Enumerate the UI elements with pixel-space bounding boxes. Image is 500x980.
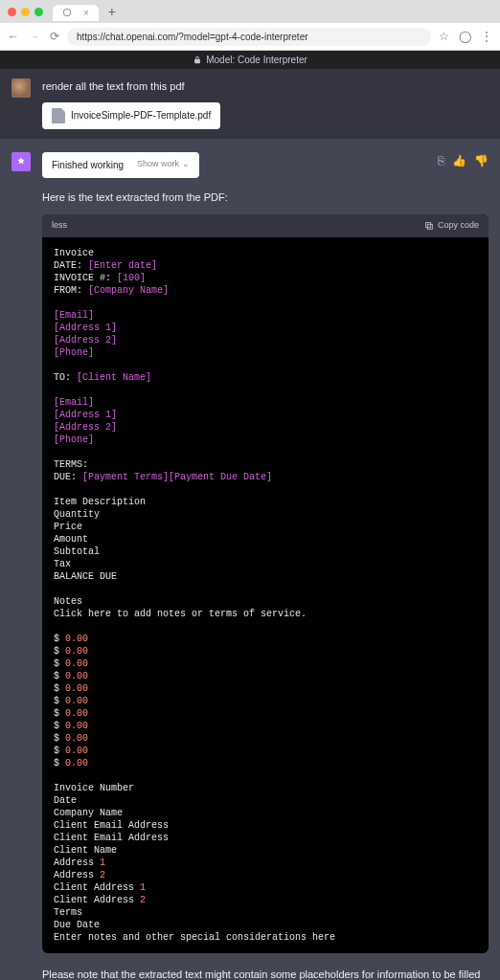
user-message-text: render all the text from this pdf: [42, 78, 489, 95]
code-language: less: [52, 219, 67, 233]
message-actions: ⎘ 👍 👎: [438, 152, 489, 169]
assistant-message-row: ⎘ 👍 👎 Finished working Show work ⌄ Here …: [0, 139, 500, 981]
svg-rect-1: [427, 224, 432, 229]
thumbs-down-icon[interactable]: 👎: [474, 152, 489, 169]
bookmark-icon[interactable]: ☆: [439, 30, 449, 43]
status-label: Finished working: [52, 158, 124, 172]
minimize-window-icon[interactable]: [21, 8, 30, 16]
copy-icon: [424, 221, 434, 231]
code-content: Invoice DATE: [Enter date] INVOICE #: [1…: [42, 237, 489, 953]
code-header: less Copy code: [42, 214, 489, 237]
file-icon: [52, 108, 65, 123]
model-indicator: Model: Code Interpreter: [0, 51, 500, 69]
browser-chrome: × + ← → ⟳ https://chat.openai.com/?model…: [0, 0, 500, 51]
assistant-intro-text: Here is the text extracted from the PDF:: [42, 189, 489, 206]
maximize-window-icon[interactable]: [34, 8, 43, 16]
file-attachment[interactable]: InvoiceSimple-PDF-Template.pdf: [42, 102, 220, 129]
tab-bar: × +: [0, 0, 500, 23]
chevron-down-icon: ⌄: [182, 158, 190, 171]
assistant-avatar: [11, 152, 31, 171]
svg-rect-2: [426, 222, 431, 227]
profile-icon[interactable]: ◯: [459, 30, 471, 43]
show-work-toggle[interactable]: Show work ⌄: [137, 158, 190, 171]
assistant-outro-text: Please note that the extracted text migh…: [42, 967, 489, 981]
close-tab-icon[interactable]: ×: [83, 8, 89, 18]
file-name: InvoiceSimple-PDF-Template.pdf: [71, 108, 211, 122]
close-window-icon[interactable]: [8, 8, 16, 16]
new-tab-button[interactable]: +: [104, 4, 120, 19]
browser-tab[interactable]: ×: [53, 5, 99, 21]
code-block: less Copy code Invoice DATE: [Enter date…: [42, 214, 489, 953]
back-icon[interactable]: ←: [8, 30, 19, 43]
model-label: Model: Code Interpreter: [206, 55, 307, 65]
clipboard-icon[interactable]: ⎘: [438, 152, 444, 169]
forward-icon[interactable]: →: [29, 30, 40, 43]
openai-logo-icon: [15, 156, 27, 167]
thumbs-up-icon[interactable]: 👍: [452, 152, 466, 169]
user-message-row: render all the text from this pdf Invoic…: [0, 69, 500, 139]
copy-code-button[interactable]: Copy code: [424, 219, 479, 233]
working-status-chip: Finished working Show work ⌄: [42, 152, 199, 178]
user-avatar: [11, 78, 31, 98]
reload-icon[interactable]: ⟳: [50, 30, 59, 43]
chat-page: Model: Code Interpreter render all the t…: [0, 51, 500, 980]
site-favicon-icon: [62, 8, 72, 17]
lock-icon: [193, 56, 202, 65]
url-input[interactable]: https://chat.openai.com/?model=gpt-4-cod…: [67, 28, 431, 46]
menu-icon[interactable]: ⋮: [481, 30, 492, 43]
window-controls: [8, 8, 43, 16]
address-bar: ← → ⟳ https://chat.openai.com/?model=gpt…: [0, 23, 500, 50]
svg-point-0: [63, 9, 71, 16]
